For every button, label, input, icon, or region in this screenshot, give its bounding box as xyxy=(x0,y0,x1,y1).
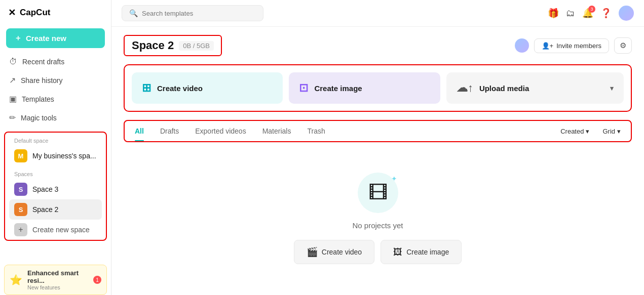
share-icon: ↗ xyxy=(9,75,16,85)
space-header-right: 👤+ Invite members ⚙ xyxy=(515,37,632,54)
video-card-icon: ⊞ xyxy=(142,81,151,95)
feature-subtitle: New features xyxy=(27,284,88,290)
person-plus-icon: 👤+ xyxy=(542,42,554,50)
space2-avatar: S xyxy=(14,203,27,216)
space-title-area: Space 2 0B / 5GB xyxy=(124,35,222,56)
tab-all[interactable]: All xyxy=(127,121,152,141)
action-cards: ⊞ Create video ⊡ Create image ☁↑ Upload … xyxy=(124,64,632,112)
sidebar-item-share-history[interactable]: ↗ Share history xyxy=(4,71,107,89)
space-title: Space 2 xyxy=(132,39,174,52)
empty-actions: 🎬 Create video 🖼 Create image xyxy=(294,240,462,264)
sidebar: ✕ CapCut ＋ Create new ⏱ Recent drafts ↗ … xyxy=(0,0,111,295)
empty-video-icon: 🎬 xyxy=(307,246,318,258)
sidebar-nav: ⏱ Recent drafts ↗ Share history ▣ Templa… xyxy=(0,53,111,127)
gear-icon: ⚙ xyxy=(620,41,626,50)
topbar-right: 🎁 🗂 🔔 3 ❓ xyxy=(548,6,634,21)
magic-icon: ✏ xyxy=(9,113,16,122)
spaces-label: Spaces xyxy=(5,166,106,179)
logo-area: ✕ CapCut xyxy=(0,0,111,25)
topbar: 🔍 🎁 🗂 🔔 3 ❓ xyxy=(111,0,644,27)
default-space-item[interactable]: M My business's spa... xyxy=(9,146,102,166)
tabs-bar: All Drafts Exported videos Materials Tra… xyxy=(124,120,632,142)
default-space-label: Default space xyxy=(5,133,106,146)
help-icon[interactable]: ❓ xyxy=(600,8,612,19)
create-video-card[interactable]: ⊞ Create video xyxy=(132,72,283,104)
create-image-card[interactable]: ⊡ Create image xyxy=(289,72,440,104)
bell-badge: 3 xyxy=(588,6,595,13)
invite-members-button[interactable]: 👤+ Invite members xyxy=(534,38,609,53)
sort-button[interactable]: Created ▾ xyxy=(556,125,593,137)
space-header: Space 2 0B / 5GB 👤+ Invite members ⚙ xyxy=(124,35,632,56)
feature-badge: 1 xyxy=(93,276,101,284)
tabs-right: Created ▾ Grid ▾ xyxy=(556,125,629,137)
content-area: Space 2 0B / 5GB 👤+ Invite members ⚙ ⊞ C… xyxy=(111,27,644,295)
feature-icon: ⭐ xyxy=(10,274,22,286)
sidebar-item-space3[interactable]: S Space 3 xyxy=(9,179,102,199)
default-space-avatar: M xyxy=(14,149,27,162)
empty-create-image-button[interactable]: 🖼 Create image xyxy=(381,240,462,264)
create-new-space-item[interactable]: + Create new space xyxy=(9,220,102,240)
tab-exported-videos[interactable]: Exported videos xyxy=(187,121,254,141)
search-input[interactable] xyxy=(142,10,256,17)
sidebar-item-recent-drafts[interactable]: ⏱ Recent drafts xyxy=(4,53,107,70)
create-new-button[interactable]: ＋ Create new xyxy=(6,28,105,48)
film-icon: 🎞 xyxy=(368,182,388,204)
main-content: 🔍 🎁 🗂 🔔 3 ❓ Space 2 0B / 5GB 👤+ xyxy=(111,0,644,295)
tab-materials[interactable]: Materials xyxy=(254,121,299,141)
upload-card-icon: ☁↑ xyxy=(457,81,473,95)
cards-icon[interactable]: 🗂 xyxy=(566,8,575,19)
logo-text: CapCut xyxy=(20,8,50,18)
tabs-left: All Drafts Exported videos Materials Tra… xyxy=(127,121,333,141)
view-chevron-icon: ▾ xyxy=(617,128,621,135)
empty-illustration: 🎞 ✦ xyxy=(358,173,398,213)
space-storage: 0B / 5GB xyxy=(179,41,214,51)
view-button[interactable]: Grid ▾ xyxy=(598,125,625,137)
sort-chevron-icon: ▾ xyxy=(586,128,589,135)
upload-media-card[interactable]: ☁↑ Upload media ▾ xyxy=(446,72,624,104)
empty-image-icon: 🖼 xyxy=(393,247,402,258)
plus-space-icon: + xyxy=(14,223,27,236)
search-icon: 🔍 xyxy=(129,9,138,17)
tab-drafts[interactable]: Drafts xyxy=(152,121,187,141)
template-icon: ▣ xyxy=(9,94,17,104)
space-settings-button[interactable]: ⚙ xyxy=(614,37,632,54)
logo-icon: ✕ xyxy=(8,7,16,18)
empty-title: No projects yet xyxy=(352,221,403,230)
clock-icon: ⏱ xyxy=(9,57,17,66)
space3-avatar: S xyxy=(14,183,27,196)
user-avatar[interactable] xyxy=(619,6,634,21)
feature-banner[interactable]: ⭐ Enhanced smart resi... New features 1 xyxy=(4,265,107,295)
space-member-avatar xyxy=(515,38,529,53)
sidebar-item-space2[interactable]: S Space 2 xyxy=(9,199,102,220)
tab-trash[interactable]: Trash xyxy=(299,121,333,141)
gift-icon[interactable]: 🎁 xyxy=(548,8,559,19)
bell-icon[interactable]: 🔔 3 xyxy=(582,8,593,19)
search-box[interactable]: 🔍 xyxy=(122,5,263,21)
upload-chevron-icon: ▾ xyxy=(610,85,614,92)
feature-title: Enhanced smart resi... xyxy=(27,269,88,284)
sidebar-item-templates[interactable]: ▣ Templates xyxy=(4,90,107,108)
empty-state: 🎞 ✦ No projects yet 🎬 Create video 🖼 Cre… xyxy=(124,152,632,274)
sparkle-icon: ✦ xyxy=(391,175,397,183)
plus-icon: ＋ xyxy=(14,33,22,43)
empty-create-video-button[interactable]: 🎬 Create video xyxy=(294,240,374,264)
sidebar-item-magic-tools[interactable]: ✏ Magic tools xyxy=(4,109,107,127)
image-card-icon: ⊡ xyxy=(299,81,308,95)
